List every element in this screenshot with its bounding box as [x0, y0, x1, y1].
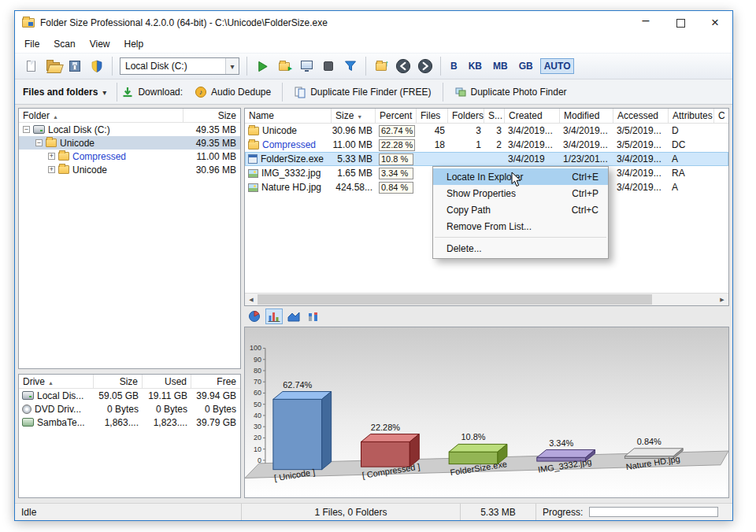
- back-button[interactable]: [393, 56, 413, 76]
- minimize-button[interactable]: [628, 11, 663, 35]
- column-header-modified[interactable]: Modified: [560, 109, 613, 123]
- file-row-unicode[interactable]: Unicode 30.96 MB 62.74 % 45 3 3 3/4/2019…: [245, 124, 728, 138]
- column-header-size[interactable]: Size: [183, 109, 240, 122]
- column-header-drive-used[interactable]: Used: [143, 375, 191, 388]
- column-header-created[interactable]: Created: [505, 109, 560, 123]
- file-size: 1.65 MB: [332, 166, 376, 180]
- tree-expand-icon[interactable]: +: [48, 166, 55, 173]
- column-header-truncated[interactable]: C: [714, 109, 728, 123]
- area-chart-button[interactable]: [285, 308, 302, 324]
- column-header-name[interactable]: Name: [245, 109, 332, 123]
- save-button[interactable]: [65, 56, 85, 76]
- scan-folder-icon: [279, 62, 290, 71]
- menu-help[interactable]: Help: [117, 36, 151, 52]
- pie-chart-button[interactable]: [246, 308, 263, 324]
- new-list-button[interactable]: [20, 56, 41, 76]
- menu-item-show-properties[interactable]: Show Properties Ctrl+P: [433, 185, 608, 201]
- folder-icon: [46, 139, 57, 147]
- open-folder-button[interactable]: [43, 56, 63, 76]
- column-header-drive-size[interactable]: Size: [94, 375, 143, 388]
- column-header-accessed[interactable]: Accessed: [613, 109, 669, 123]
- scan-button[interactable]: [252, 56, 272, 76]
- tree-item-compressed[interactable]: + Compressed 11.00 MB: [19, 150, 240, 163]
- tree-collapse-icon[interactable]: −: [23, 126, 30, 133]
- column-header-drive-free[interactable]: Free: [191, 375, 240, 388]
- close-button[interactable]: [698, 11, 732, 35]
- stop-button[interactable]: [318, 56, 339, 76]
- menu-scan[interactable]: Scan: [46, 36, 82, 52]
- app-icon: [22, 18, 35, 28]
- bar-chart-button[interactable]: [265, 308, 283, 324]
- forward-arrow-icon: [417, 58, 433, 74]
- unit-kb-button[interactable]: KB: [465, 58, 486, 74]
- column-header-attributes[interactable]: Attributes: [669, 109, 714, 123]
- file-attributes: DC: [669, 138, 714, 152]
- promo-duplicate-photo-finder[interactable]: Duplicate Photo Finder: [454, 86, 567, 98]
- scrollbar-track[interactable]: [258, 294, 716, 305]
- drives-header: Drive Size Used Free: [19, 375, 240, 389]
- file-modified: 1/23/201...: [560, 152, 613, 166]
- tree-item-unicode[interactable]: − Unicode 49.35 MB: [19, 136, 240, 150]
- drive-row-samba[interactable]: SambaTe... 1,863.... 1,823.... 39.79 GB: [19, 416, 240, 429]
- unit-b-button[interactable]: B: [447, 58, 461, 74]
- progress-bar: [589, 507, 718, 517]
- main-toolbar: Local Disk (C:) B KB MB GB AUTO: [15, 53, 732, 79]
- up-folder-button[interactable]: [371, 56, 391, 76]
- maximize-button[interactable]: [663, 11, 698, 35]
- horizontal-scrollbar[interactable]: [245, 293, 728, 305]
- promo-duplicate-file-finder[interactable]: Duplicate File Finder (FREE): [294, 86, 431, 98]
- scroll-right-button[interactable]: [716, 294, 728, 306]
- tree-expand-icon[interactable]: +: [48, 153, 55, 160]
- unit-gb-button[interactable]: GB: [515, 58, 537, 74]
- view-selector-dropdown[interactable]: Files and folders: [23, 87, 106, 98]
- forward-button[interactable]: [415, 56, 435, 76]
- tree-item-unicode-child[interactable]: + Unicode 30.96 MB: [19, 163, 240, 176]
- duplicate-photos-icon: [454, 86, 467, 98]
- menu-view[interactable]: View: [83, 36, 117, 52]
- svg-text:90: 90: [254, 356, 261, 364]
- column-header-folder[interactable]: Folder: [19, 109, 183, 122]
- file-files: [417, 152, 448, 166]
- drive-row-dvd[interactable]: DVD Driv... 0 Bytes 0 Bytes 0 Bytes: [19, 402, 240, 416]
- uac-shield-icon: [91, 60, 103, 72]
- titlebar[interactable]: Folder Size Professional 4.2.0.0 (64-bit…: [15, 11, 732, 35]
- tree-item-local-disk-c[interactable]: − Local Disk (C:) 49.35 MB: [19, 123, 240, 136]
- scan-network-button[interactable]: [296, 56, 317, 76]
- column-header-subfolders[interactable]: S...: [484, 109, 505, 123]
- column-header-drive[interactable]: Drive: [19, 375, 94, 388]
- file-row-foldersize-exe[interactable]: FolderSize.exe 5.33 MB 10.8 % 3/4/2019 1…: [245, 152, 728, 166]
- view-selector-label: Files and folders: [23, 87, 98, 98]
- tree-item-size: 11.00 MB: [197, 151, 240, 162]
- menu-item-remove-from-list[interactable]: Remove From List...: [433, 218, 608, 235]
- file-name: Unicode: [262, 125, 297, 136]
- svg-text:80: 80: [254, 367, 261, 375]
- svg-text:60: 60: [254, 389, 261, 397]
- file-attributes: A: [669, 152, 714, 166]
- drive-selector[interactable]: Local Disk (C:): [120, 57, 239, 75]
- combo-dropdown-icon[interactable]: [225, 58, 239, 74]
- tree-collapse-icon[interactable]: −: [35, 139, 43, 146]
- column-header-files[interactable]: Files: [417, 109, 448, 123]
- file-modified: 3/4/2019...: [560, 124, 613, 138]
- scrollbar-thumb[interactable]: [258, 294, 652, 305]
- filter-funnel-icon: [344, 60, 357, 72]
- column-header-size[interactable]: Size: [332, 109, 376, 123]
- menu-file[interactable]: File: [17, 36, 46, 52]
- scan-folder-button[interactable]: [274, 56, 295, 76]
- menu-item-copy-path[interactable]: Copy Path Ctrl+C: [433, 201, 608, 218]
- filter-button[interactable]: [340, 56, 361, 76]
- scroll-left-button[interactable]: [245, 294, 258, 306]
- column-header-folders[interactable]: Folders: [448, 109, 484, 123]
- file-row-compressed[interactable]: Compressed 11.00 MB 22.28 % 18 1 2 3/4/2…: [245, 138, 728, 152]
- menu-item-delete[interactable]: Delete...: [433, 240, 608, 257]
- drive-free: 39.94 GB: [191, 390, 240, 401]
- promo-audio-dedupe[interactable]: ♪ Audio Dedupe: [195, 86, 271, 98]
- unit-mb-button[interactable]: MB: [489, 58, 512, 74]
- column-header-percent[interactable]: Percent: [376, 109, 417, 123]
- drive-row-local-disk[interactable]: Local Dis... 59.05 GB 19.11 GB 39.94 GB: [19, 389, 240, 402]
- stacked-chart-button[interactable]: [305, 308, 322, 324]
- admin-button[interactable]: [87, 56, 107, 76]
- unit-auto-button[interactable]: AUTO: [540, 58, 575, 74]
- tree-item-label: Unicode: [60, 138, 94, 149]
- folder-icon: [248, 141, 259, 150]
